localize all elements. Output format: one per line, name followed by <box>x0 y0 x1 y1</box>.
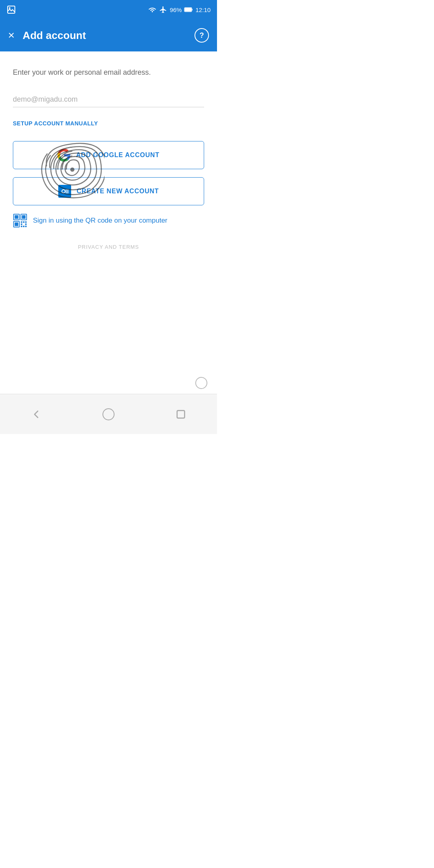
svg-rect-21 <box>21 223 23 225</box>
home-button[interactable] <box>97 403 120 426</box>
svg-rect-15 <box>22 215 26 219</box>
toolbar: × Add account ? <box>0 19 217 51</box>
back-button[interactable] <box>25 403 47 426</box>
create-new-button[interactable]: CREATE NEW ACCOUNT <box>13 177 204 205</box>
svg-point-27 <box>103 409 114 420</box>
email-input-container <box>13 92 204 107</box>
qr-signin-label: Sign in using the QR code on your comput… <box>33 217 168 225</box>
battery-percentage: 96% <box>170 6 182 13</box>
svg-rect-19 <box>23 221 25 223</box>
create-new-label: CREATE NEW ACCOUNT <box>77 188 159 195</box>
svg-point-1 <box>9 7 10 9</box>
qr-icon <box>13 213 27 228</box>
corner-circle <box>195 377 207 389</box>
svg-rect-23 <box>21 226 23 227</box>
svg-rect-22 <box>25 223 27 225</box>
svg-rect-25 <box>25 226 27 227</box>
outlook-icon <box>58 185 71 198</box>
home-icon <box>102 408 115 421</box>
svg-rect-4 <box>192 9 192 10</box>
main-content: Enter your work or personal email addres… <box>0 51 217 260</box>
svg-rect-13 <box>15 215 18 219</box>
qr-signin-row[interactable]: Sign in using the QR code on your comput… <box>13 213 204 228</box>
recent-button[interactable] <box>170 403 192 426</box>
svg-rect-18 <box>21 221 23 223</box>
status-bar-left <box>6 5 16 14</box>
add-google-label: ADD GOOGLE ACCOUNT <box>76 151 160 159</box>
privacy-terms-link[interactable]: PRIVACY AND TERMS <box>13 244 204 250</box>
svg-point-7 <box>62 190 65 192</box>
subtitle: Enter your work or personal email addres… <box>13 68 204 78</box>
add-google-button[interactable]: ADD GOOGLE ACCOUNT <box>13 141 204 169</box>
setup-manually-link[interactable]: SETUP ACCOUNT MANUALLY <box>13 120 98 127</box>
back-icon <box>30 408 43 421</box>
page-title: Add account <box>23 29 186 42</box>
clock: 12:10 <box>195 6 211 13</box>
battery-icon <box>184 7 193 12</box>
svg-rect-20 <box>25 221 27 223</box>
email-input[interactable] <box>13 92 204 107</box>
status-bar: 96% 12:10 <box>0 0 217 19</box>
svg-rect-28 <box>177 410 185 418</box>
svg-rect-3 <box>185 8 191 11</box>
gallery-icon <box>6 5 16 14</box>
help-button[interactable]: ? <box>194 28 209 43</box>
svg-rect-17 <box>15 223 18 226</box>
recent-icon <box>174 408 187 421</box>
wifi-icon <box>148 6 157 13</box>
airplane-icon <box>159 6 167 14</box>
svg-rect-24 <box>23 226 25 227</box>
status-bar-right: 96% 12:10 <box>148 6 211 14</box>
close-button[interactable]: × <box>8 30 14 41</box>
google-g-icon <box>57 149 70 162</box>
bottom-nav <box>0 394 217 434</box>
